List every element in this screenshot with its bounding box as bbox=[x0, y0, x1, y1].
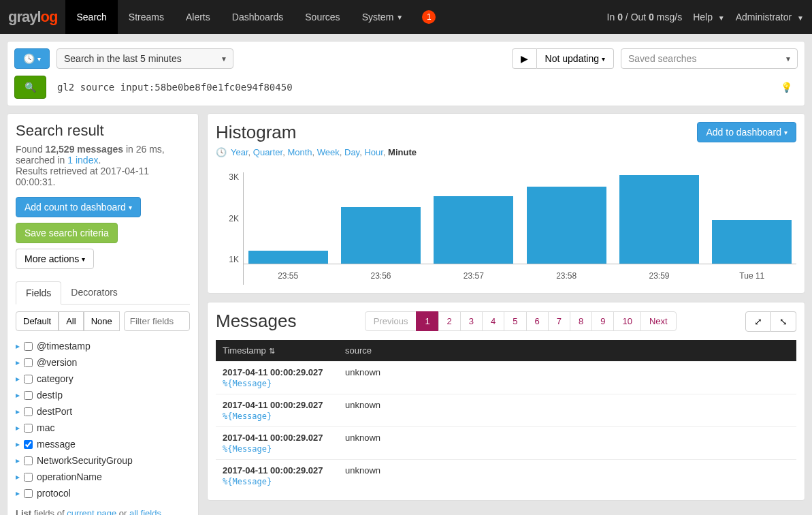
resolution-minute[interactable]: Minute bbox=[388, 147, 417, 157]
field-checkbox[interactable] bbox=[24, 424, 33, 433]
resolution-week[interactable]: Week bbox=[317, 147, 340, 157]
expand-field-icon[interactable]: ▸ bbox=[16, 374, 20, 384]
expand-field-icon[interactable]: ▸ bbox=[16, 390, 20, 400]
logo[interactable]: graylog bbox=[8, 8, 57, 26]
field-checkbox[interactable] bbox=[24, 489, 33, 498]
timerange-config-button[interactable]: 🕓 ▾ bbox=[14, 48, 50, 69]
expand-field-icon[interactable]: ▸ bbox=[16, 488, 20, 498]
field-checkbox[interactable] bbox=[24, 440, 33, 449]
field-name-label[interactable]: category bbox=[37, 373, 74, 384]
expand-field-icon[interactable]: ▸ bbox=[16, 423, 20, 433]
field-checkbox[interactable] bbox=[24, 456, 33, 465]
fields-all-button[interactable]: All bbox=[59, 311, 83, 331]
resolution-month[interactable]: Month bbox=[287, 147, 312, 157]
nav-dashboards[interactable]: Dashboards bbox=[221, 0, 295, 34]
x-tick: 23:57 bbox=[464, 271, 484, 285]
expand-field-icon[interactable]: ▸ bbox=[16, 407, 20, 416]
query-input[interactable] bbox=[53, 78, 774, 97]
collapse-view-button[interactable]: ⤡ bbox=[771, 311, 796, 332]
add-count-to-dashboard-button[interactable]: Add count to dashboard ▾ bbox=[16, 197, 141, 217]
tab-fields[interactable]: Fields bbox=[16, 281, 61, 305]
bar[interactable] bbox=[527, 187, 606, 264]
play-button[interactable]: ▶ bbox=[512, 48, 537, 69]
retrieved-time: Results retrieved at 2017-04-11 00:00:31… bbox=[16, 166, 190, 187]
expand-field-icon[interactable]: ▸ bbox=[16, 358, 20, 367]
nav-sources[interactable]: Sources bbox=[294, 0, 351, 34]
more-actions-button[interactable]: More actions ▾ bbox=[16, 249, 94, 269]
search-button[interactable]: 🔍 bbox=[14, 76, 46, 99]
resolution-quarter[interactable]: Quarter bbox=[253, 147, 282, 157]
add-to-dashboard-button[interactable]: Add to dashboard ▾ bbox=[697, 122, 796, 142]
pager-page-9[interactable]: 9 bbox=[591, 311, 614, 331]
field-checkbox[interactable] bbox=[24, 375, 33, 384]
field-name-label[interactable]: destPort bbox=[37, 406, 72, 417]
help-menu[interactable]: Help ▼ bbox=[693, 12, 725, 22]
field-checkbox[interactable] bbox=[24, 473, 33, 482]
save-search-criteria-button[interactable]: Save search criteria bbox=[16, 223, 118, 243]
resolution-hour[interactable]: Hour bbox=[364, 147, 383, 157]
fields-default-button[interactable]: Default bbox=[16, 311, 59, 331]
bar[interactable] bbox=[248, 251, 328, 264]
message-row[interactable]: 2017-04-11 00:00:29.027%{Message}unknown bbox=[216, 427, 796, 460]
message-row[interactable]: 2017-04-11 00:00:29.027%{Message}unknown bbox=[216, 394, 796, 427]
timerange-select[interactable]: Search in the last 5 minutes▼ bbox=[56, 48, 233, 69]
pager-page-3[interactable]: 3 bbox=[460, 311, 483, 331]
fields-none-button[interactable]: None bbox=[84, 311, 120, 331]
resolution-day[interactable]: Day bbox=[344, 147, 359, 157]
field-checkbox[interactable] bbox=[24, 342, 33, 351]
col-source[interactable]: source bbox=[338, 340, 796, 362]
message-timestamp: 2017-04-11 00:00:29.027 bbox=[223, 400, 323, 410]
bar[interactable] bbox=[434, 196, 513, 264]
expand-field-icon[interactable]: ▸ bbox=[16, 439, 20, 449]
nav-streams[interactable]: Streams bbox=[118, 0, 175, 34]
pager-page-8[interactable]: 8 bbox=[570, 311, 592, 331]
field-name-label[interactable]: @version bbox=[37, 357, 77, 368]
pager-page-5[interactable]: 5 bbox=[504, 311, 526, 331]
tab-decorators[interactable]: Decorators bbox=[61, 281, 127, 304]
notification-badge[interactable]: 1 bbox=[422, 10, 436, 24]
bar[interactable] bbox=[341, 207, 421, 264]
message-source: unknown bbox=[338, 460, 796, 493]
field-name-label[interactable]: message bbox=[37, 439, 76, 450]
field-list[interactable]: ▸@timestamp▸@version▸category▸destIp▸des… bbox=[16, 338, 190, 501]
field-name-label[interactable]: destIp bbox=[37, 390, 63, 401]
current-page-link[interactable]: current page bbox=[67, 508, 116, 515]
x-tick: Tue 11 bbox=[739, 271, 764, 285]
message-row[interactable]: 2017-04-11 00:00:29.027%{Message}unknown bbox=[216, 460, 796, 493]
field-name-label[interactable]: protocol bbox=[37, 488, 71, 499]
expand-field-icon[interactable]: ▸ bbox=[16, 341, 20, 351]
bar[interactable] bbox=[712, 220, 792, 264]
resolution-year[interactable]: Year bbox=[231, 147, 248, 157]
message-timestamp: 2017-04-11 00:00:29.027 bbox=[223, 433, 323, 443]
col-timestamp[interactable]: Timestamp⇅ bbox=[216, 340, 338, 362]
bar[interactable] bbox=[619, 175, 699, 264]
pager-next[interactable]: Next bbox=[640, 311, 677, 331]
pager-page-10[interactable]: 10 bbox=[613, 311, 640, 331]
lightbulb-icon[interactable]: 💡 bbox=[781, 82, 792, 93]
field-name-label[interactable]: operationName bbox=[37, 471, 102, 482]
user-menu[interactable]: Administrator ▼ bbox=[736, 12, 804, 22]
pager-page-7[interactable]: 7 bbox=[548, 311, 570, 331]
pager-page-4[interactable]: 4 bbox=[482, 311, 504, 331]
nav-alerts[interactable]: Alerts bbox=[175, 0, 221, 34]
filter-fields-input[interactable] bbox=[124, 311, 190, 331]
expand-view-button[interactable]: ⤢ bbox=[745, 311, 771, 332]
nav-system[interactable]: System▼ bbox=[351, 0, 415, 34]
field-name-label[interactable]: NetworkSecurityGroup bbox=[37, 455, 133, 466]
all-fields-link[interactable]: all fields bbox=[129, 508, 161, 515]
field-checkbox[interactable] bbox=[24, 391, 33, 400]
refresh-interval-button[interactable]: Not updating ▾ bbox=[537, 48, 614, 69]
index-link[interactable]: 1 index bbox=[67, 155, 98, 166]
pager-page-2[interactable]: 2 bbox=[438, 311, 461, 331]
message-row[interactable]: 2017-04-11 00:00:29.027%{Message}unknown bbox=[216, 362, 796, 394]
field-name-label[interactable]: @timestamp bbox=[37, 341, 91, 352]
nav-search[interactable]: Search bbox=[65, 0, 117, 34]
saved-searches-select[interactable]: Saved searches▼ bbox=[621, 48, 798, 69]
field-checkbox[interactable] bbox=[24, 358, 33, 367]
expand-field-icon[interactable]: ▸ bbox=[16, 456, 20, 465]
field-checkbox[interactable] bbox=[24, 407, 33, 416]
field-name-label[interactable]: mac bbox=[37, 422, 54, 433]
expand-field-icon[interactable]: ▸ bbox=[16, 472, 20, 482]
pager-page-6[interactable]: 6 bbox=[526, 311, 549, 331]
pager-page-1[interactable]: 1 bbox=[416, 311, 438, 331]
